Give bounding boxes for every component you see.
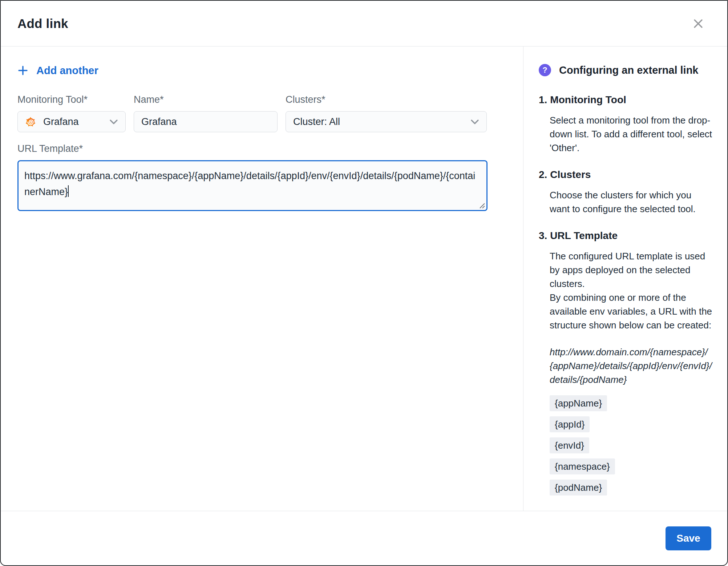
add-another-button[interactable]: Add another bbox=[17, 64, 98, 77]
dialog-body: Add another Monitoring Tool* bbox=[1, 47, 727, 511]
env-variable-list: {appName} {appId} {envId} {namespace} {p… bbox=[550, 395, 713, 496]
monitoring-tool-group: Monitoring Tool* bbox=[17, 94, 126, 132]
monitoring-tool-label: Monitoring Tool* bbox=[17, 94, 126, 105]
text-cursor bbox=[68, 185, 69, 197]
save-button[interactable]: Save bbox=[666, 526, 711, 550]
help-section-heading: 1.Monitoring Tool bbox=[539, 94, 713, 106]
help-section-heading: 2.Clusters bbox=[539, 169, 713, 181]
plus-icon bbox=[17, 65, 28, 76]
help-question-icon: ? bbox=[539, 64, 551, 76]
env-variable-chip: {namespace} bbox=[550, 458, 615, 474]
help-panel: ? Configuring an external link 1.Monitor… bbox=[523, 47, 727, 511]
name-group: Name* bbox=[134, 94, 278, 132]
resize-handle[interactable] bbox=[478, 202, 485, 209]
dialog-title: Add link bbox=[17, 16, 68, 31]
env-variable-chip: {podName} bbox=[550, 480, 607, 496]
close-button[interactable] bbox=[690, 16, 706, 32]
help-section-monitoring-tool: 1.Monitoring Tool Select a monitoring to… bbox=[539, 94, 713, 155]
help-panel-title: Configuring an external link bbox=[559, 64, 699, 76]
dialog-header: Add link bbox=[1, 1, 727, 47]
clusters-value: Cluster: All bbox=[293, 116, 340, 128]
help-section-url-template: 3.URL Template The configured URL templa… bbox=[539, 230, 713, 332]
clusters-group: Clusters* Cluster: All bbox=[286, 94, 487, 132]
monitoring-tool-dropdown[interactable]: Grafana bbox=[17, 111, 126, 132]
add-link-dialog: Add link Add another Monitoring Tool* bbox=[0, 0, 728, 566]
grafana-logo-icon bbox=[25, 116, 36, 127]
env-variable-chip: {appName} bbox=[550, 395, 607, 411]
clusters-dropdown[interactable]: Cluster: All bbox=[286, 111, 487, 132]
name-label: Name* bbox=[134, 94, 278, 105]
url-template-group: URL Template* bbox=[17, 143, 506, 154]
example-url: http://www.domain.com/{namespace}/{appNa… bbox=[550, 345, 713, 387]
help-section-body: Select a monitoring tool from the drop-d… bbox=[550, 113, 713, 155]
link-form: Add another Monitoring Tool* bbox=[1, 47, 523, 511]
help-section-body: Choose the clusters for which you want t… bbox=[550, 188, 713, 216]
add-another-label: Add another bbox=[36, 65, 98, 77]
help-section-body: The configured URL template is used by a… bbox=[550, 249, 713, 332]
dialog-footer: Save bbox=[1, 511, 727, 565]
env-variable-chip: {envId} bbox=[550, 437, 589, 453]
close-icon bbox=[692, 18, 704, 29]
chevron-down-icon bbox=[470, 119, 479, 125]
url-template-textarea[interactable]: https://www.grafana.com/{namespace}/{app… bbox=[17, 160, 488, 211]
help-section-clusters: 2.Clusters Choose the clusters for which… bbox=[539, 169, 713, 216]
help-section-heading: 3.URL Template bbox=[539, 230, 713, 242]
help-panel-header: ? Configuring an external link bbox=[539, 64, 713, 76]
url-template-value: https://www.grafana.com/{namespace}/{app… bbox=[24, 170, 475, 197]
name-input[interactable] bbox=[134, 111, 278, 132]
chevron-down-icon bbox=[109, 119, 118, 125]
url-template-label: URL Template* bbox=[17, 143, 506, 154]
clusters-label: Clusters* bbox=[286, 94, 487, 105]
monitoring-tool-value: Grafana bbox=[43, 116, 79, 128]
env-variable-chip: {appId} bbox=[550, 416, 590, 432]
